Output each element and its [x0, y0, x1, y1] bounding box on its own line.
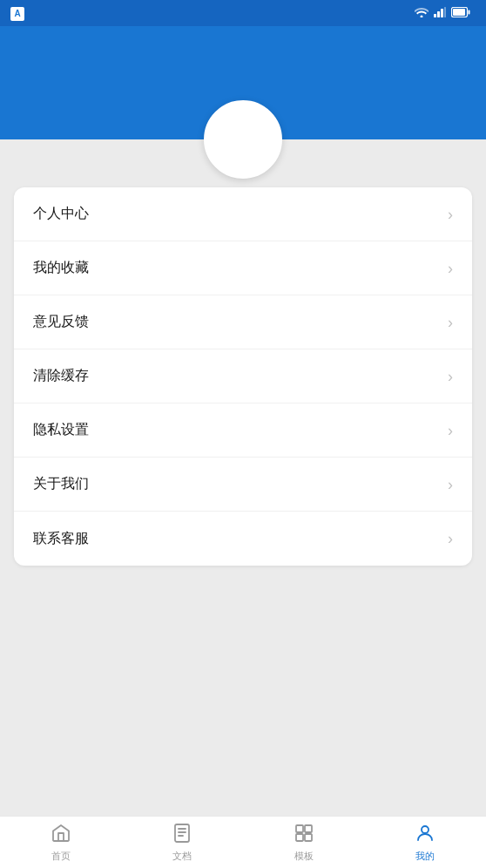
bottom-nav: 首页 文档 模板 我的 [0, 816, 486, 868]
mine-icon [415, 823, 435, 847]
signal-icon [434, 7, 446, 20]
chevron-right-icon: › [448, 423, 453, 438]
menu-item-label-personal-center: 个人中心 [33, 205, 89, 223]
menu-item-label-clear-cache: 清除缓存 [33, 367, 89, 385]
chevron-right-icon: › [448, 531, 453, 546]
menu-item-label-my-favorites: 我的收藏 [33, 259, 89, 277]
svg-rect-3 [444, 7, 446, 17]
menu-item-personal-center[interactable]: 个人中心 › [14, 187, 472, 241]
svg-rect-0 [434, 14, 436, 17]
svg-rect-11 [296, 825, 303, 832]
home-icon [51, 823, 71, 847]
main-content: 个人中心 › 我的收藏 › 意见反馈 › 清除缓存 › 隐私设置 › 关于我们 … [0, 139, 486, 816]
menu-item-contact-support[interactable]: 联系客服 › [14, 512, 472, 566]
svg-point-15 [422, 826, 429, 833]
files-icon [172, 823, 192, 847]
header [0, 26, 486, 139]
menu-item-label-privacy-settings: 隐私设置 [33, 421, 89, 439]
chevron-right-icon: › [448, 477, 453, 492]
nav-label-home: 首页 [51, 850, 71, 863]
battery-icon [451, 7, 470, 20]
nav-label-files: 文档 [172, 850, 192, 863]
svg-rect-7 [175, 824, 189, 842]
wifi-icon [415, 7, 429, 20]
chevron-right-icon: › [448, 207, 453, 222]
nav-item-templates[interactable]: 模板 [243, 817, 365, 868]
menu-card: 个人中心 › 我的收藏 › 意见反馈 › 清除缓存 › 隐私设置 › 关于我们 … [14, 187, 472, 566]
status-bar-app-icon: A [10, 6, 24, 21]
nav-label-mine: 我的 [415, 850, 435, 863]
nav-item-home[interactable]: 首页 [0, 817, 122, 868]
menu-item-my-favorites[interactable]: 我的收藏 › [14, 241, 472, 295]
avatar [204, 100, 282, 179]
svg-rect-12 [305, 825, 312, 832]
nav-item-mine[interactable]: 我的 [365, 817, 487, 868]
chevron-right-icon: › [448, 369, 453, 384]
nav-label-templates: 模板 [294, 850, 314, 863]
svg-rect-6 [453, 9, 465, 16]
menu-item-label-feedback: 意见反馈 [33, 313, 89, 331]
menu-item-label-contact-support: 联系客服 [33, 530, 89, 548]
svg-rect-14 [305, 834, 312, 841]
menu-item-about-us[interactable]: 关于我们 › [14, 458, 472, 512]
svg-rect-5 [469, 10, 470, 14]
nav-item-files[interactable]: 文档 [122, 817, 244, 868]
status-bar-right [415, 7, 476, 20]
menu-item-label-about-us: 关于我们 [33, 475, 89, 493]
menu-item-privacy-settings[interactable]: 隐私设置 › [14, 403, 472, 458]
svg-rect-1 [437, 11, 440, 17]
svg-rect-2 [441, 9, 443, 17]
menu-item-clear-cache[interactable]: 清除缓存 › [14, 349, 472, 403]
svg-rect-13 [296, 834, 303, 841]
menu-item-feedback[interactable]: 意见反馈 › [14, 295, 472, 349]
status-bar: A [0, 0, 486, 26]
templates-icon [294, 823, 314, 847]
chevron-right-icon: › [448, 315, 453, 330]
chevron-right-icon: › [448, 261, 453, 276]
